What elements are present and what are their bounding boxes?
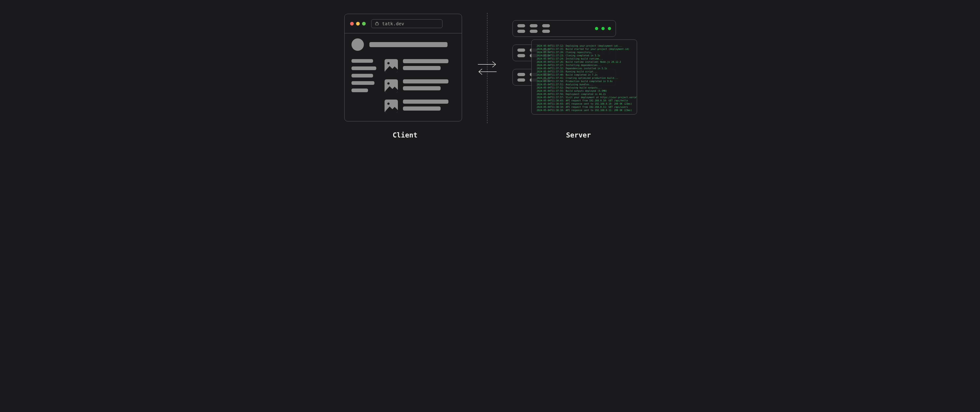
sidebar-line <box>352 74 373 77</box>
diagram-stage: tatk.dev <box>310 0 670 152</box>
minimize-icon[interactable] <box>356 22 360 26</box>
svg-point-1 <box>387 62 390 64</box>
bidirectional-arrows-icon <box>477 60 498 76</box>
server-label: Server <box>566 131 591 139</box>
page-title-placeholder <box>369 42 447 47</box>
content-row <box>352 59 455 113</box>
text-line <box>403 66 441 70</box>
rack-slots <box>517 24 550 33</box>
status-leds <box>595 27 611 30</box>
svg-point-2 <box>387 82 390 85</box>
sidebar-line <box>352 81 374 85</box>
avatar <box>352 38 364 51</box>
sidebar-line <box>352 59 373 63</box>
svg-rect-0 <box>375 23 379 25</box>
sidebar-line <box>352 66 376 70</box>
server-rack <box>512 20 616 37</box>
address-bar[interactable]: tatk.dev <box>371 19 442 28</box>
terminal-log: 2024-05-04T11:37:12: Deploying your-proj… <box>531 40 637 115</box>
feed-placeholder <box>385 59 455 113</box>
text-line <box>403 86 441 90</box>
traffic-lights <box>350 22 366 26</box>
address-text: tatk.dev <box>382 21 404 26</box>
browser-body <box>345 34 462 118</box>
image-icon <box>385 79 398 93</box>
image-icon <box>385 99 398 113</box>
status-led-icon <box>601 27 605 30</box>
sidebar-placeholder <box>352 59 376 113</box>
close-icon[interactable] <box>350 22 354 26</box>
status-led-icon <box>595 27 598 30</box>
profile-row <box>352 38 455 51</box>
client-browser-window: tatk.dev <box>344 14 462 121</box>
browser-toolbar: tatk.dev <box>345 14 462 34</box>
text-line <box>403 107 441 110</box>
client-label: Client <box>393 131 417 139</box>
bag-icon <box>375 21 379 26</box>
list-item <box>385 79 455 93</box>
list-item <box>385 59 455 72</box>
sidebar-line <box>352 88 368 92</box>
zoom-icon[interactable] <box>362 22 366 26</box>
list-item <box>385 99 455 113</box>
svg-point-3 <box>387 102 390 105</box>
image-icon <box>385 59 398 72</box>
text-line <box>403 79 449 83</box>
status-led-icon <box>608 27 611 30</box>
text-line <box>403 59 449 63</box>
text-line <box>403 99 449 104</box>
